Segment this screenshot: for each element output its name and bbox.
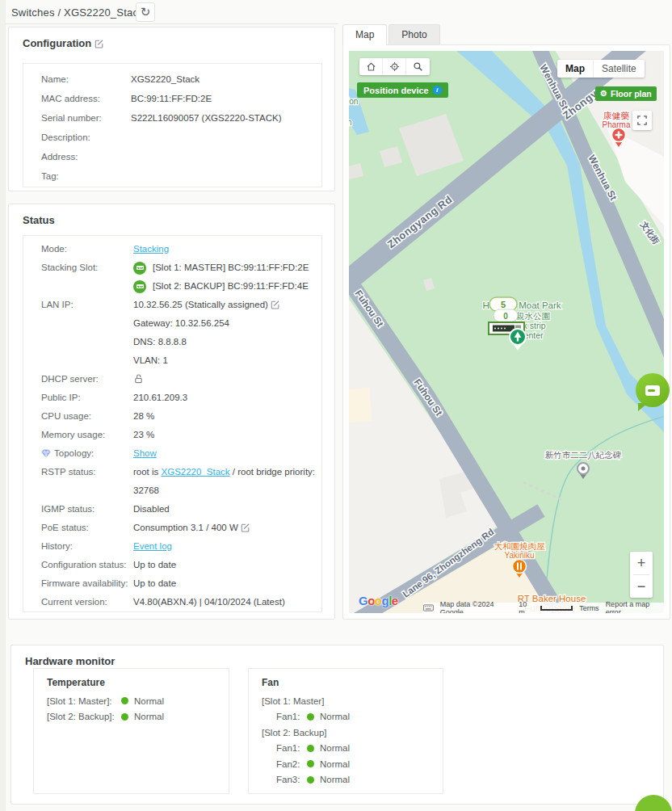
- home-button[interactable]: [359, 58, 383, 75]
- gear-icon: ⚙: [600, 90, 607, 98]
- config-row: Name:XGS2220_Stack: [41, 69, 321, 89]
- breadcrumb-switches[interactable]: Switches: [11, 6, 55, 19]
- memory-usage-value: 23 %: [133, 426, 154, 444]
- fan-row: Fan1:Normal: [262, 709, 443, 725]
- status-ok-dot: [307, 760, 314, 767]
- edit-icon[interactable]: [94, 39, 104, 48]
- status-row-memory: Memory usage:23 %: [41, 426, 321, 444]
- map-attribution: Map data ©2024 Google 10 m Terms Report …: [423, 603, 664, 613]
- status-ok-dot: [307, 776, 314, 784]
- scale-text: 10 m: [519, 600, 533, 614]
- event-log-link[interactable]: Event log: [133, 541, 172, 551]
- fullscreen-icon: [637, 116, 647, 125]
- status-row-rstp: RSTP status: root is XGS2220_Stack / roo…: [41, 463, 321, 500]
- fan-title: Fan: [262, 677, 443, 688]
- topology-show-link[interactable]: Show: [133, 448, 157, 458]
- configuration-title: Configuration: [23, 37, 91, 49]
- cpu-usage-value: 28 %: [133, 407, 154, 426]
- temperature-row: [Slot 2: Backup]:Normal: [47, 709, 229, 725]
- fan-row: Fan1:Normal: [262, 741, 443, 757]
- status-row-topology: Topology: Show: [41, 444, 321, 463]
- terms-link[interactable]: Terms: [579, 604, 599, 612]
- config-row: Address:: [41, 147, 321, 166]
- fan-row: Fan2:Normal: [262, 756, 443, 772]
- chat-widget-button[interactable]: [636, 373, 670, 411]
- switch-slot-icon: [133, 280, 146, 293]
- config-row: Description:: [41, 128, 321, 147]
- svg-text:康健藥: 康健藥: [603, 111, 630, 120]
- chat-bubble-tail: [638, 403, 648, 411]
- status-ok-dot: [307, 713, 314, 721]
- report-map-error-link[interactable]: Report a map error: [606, 600, 662, 614]
- slot-1-line: [Slot 1: MASTER] BC:99:11:FF:FD:2E: [133, 258, 309, 277]
- stacking-link[interactable]: Stacking: [133, 244, 169, 254]
- status-row-config-status: Configuration status:Up to date: [41, 556, 321, 574]
- status-row-lan-ip: LAN IP: 10.32.56.25 (Statically assigned…: [41, 296, 321, 370]
- status-ok-dot: [121, 697, 128, 704]
- tab-photo[interactable]: Photo: [388, 24, 439, 44]
- zoom-in-button[interactable]: +: [630, 552, 653, 574]
- breadcrumb: Switches / XGS2220_Stack: [11, 6, 144, 19]
- zoom-out-button[interactable]: −: [630, 575, 653, 598]
- search-button[interactable]: [406, 58, 430, 75]
- cluster-count-badge: 0: [503, 312, 508, 321]
- status-row-dhcp: DHCP server:: [41, 370, 321, 389]
- rstp-root-link[interactable]: XGS2220_Stack: [162, 467, 230, 477]
- scale-bar: [540, 606, 573, 611]
- status-row-poe: PoE status: Consumption 3.1 / 400 W: [41, 519, 321, 537]
- config-row: MAC address:BC:99:11:FF:FD:2E: [41, 89, 321, 108]
- status-card: Status Mode:Stacking Stacking Slot: [Slo…: [8, 204, 335, 620]
- edit-icon[interactable]: [241, 523, 250, 532]
- configuration-box: Name:XGS2220_Stack MAC address:BC:99:11:…: [23, 63, 322, 187]
- breadcrumb-device: XGS2220_Stack: [64, 6, 144, 19]
- hardware-monitor-card: Hardware monitor Temperature [Slot 1: Ma…: [10, 645, 664, 805]
- slot-2-line: [Slot 2: BACKUP] BC:99:11:FF:FD:4E: [133, 277, 309, 296]
- map-toolbar: [359, 58, 430, 75]
- search-icon: [413, 61, 423, 72]
- status-row-stacking-slot: Stacking Slot: [Slot 1: MASTER] BC:99:11…: [41, 258, 321, 296]
- gem-icon: [41, 449, 51, 458]
- page-left-margin: [0, 0, 6, 811]
- config-row: Serial number:S222L16090057 (XGS2220-STA…: [41, 108, 321, 128]
- fan-group-label: [Slot 1: Master]: [262, 693, 443, 709]
- refresh-button[interactable]: ↻: [136, 2, 155, 22]
- status-row-firmware: Firmware availability:Up to date: [41, 574, 321, 593]
- svg-text:Yakiniku: Yakiniku: [504, 551, 534, 560]
- map-type-map[interactable]: Map: [557, 60, 593, 78]
- status-row-version: Current version:V4.80(ABXN.4) | 04/10/20…: [41, 593, 321, 611]
- temperature-title: Temperature: [47, 677, 229, 688]
- map-photo-tabs: MapPhoto: [342, 24, 442, 45]
- status-row-cpu: CPU usage:28 %: [41, 407, 321, 426]
- floor-plan-button[interactable]: ⚙ Floor plan: [595, 86, 657, 101]
- temperature-row: [Slot 1: Master]:Normal: [47, 693, 229, 709]
- fullscreen-button[interactable]: [632, 111, 652, 130]
- configuration-card: Configuration Name:XGS2220_Stack MAC add…: [8, 27, 335, 191]
- map-zoom-control: + −: [630, 552, 653, 598]
- config-row: Tag:: [41, 166, 321, 186]
- svg-text:大和園燒肉屋: 大和園燒肉屋: [494, 541, 546, 551]
- chat-icon: [645, 385, 660, 396]
- cluster-count-badge: 5: [501, 300, 506, 309]
- fan-row: Fan3:Normal: [262, 772, 443, 788]
- clipped-label-fragment: ion: [349, 97, 358, 106]
- google-logo[interactable]: Google: [359, 594, 398, 607]
- status-row-mode: Mode:Stacking: [41, 240, 321, 258]
- unlock-icon[interactable]: [133, 373, 144, 384]
- edit-icon[interactable]: [271, 300, 280, 309]
- status-row-public-ip: Public IP:210.61.209.3: [41, 389, 321, 407]
- breadcrumb-divider: [6, 23, 338, 24]
- map-canvas[interactable]: Zhongyang Rd Zhongy Wenhua St Wenhua St …: [349, 51, 664, 613]
- status-ok-dot: [121, 713, 128, 721]
- keyboard-icon[interactable]: [423, 604, 434, 611]
- locate-button[interactable]: [383, 58, 406, 75]
- svg-text:新竹市二二八紀念碑: 新竹市二二八紀念碑: [545, 450, 622, 460]
- status-box: Mode:Stacking Stacking Slot: [Slot 1: MA…: [23, 235, 322, 612]
- home-icon: [366, 61, 376, 72]
- position-device-button[interactable]: Position device i: [357, 82, 448, 98]
- hardware-monitor-title: Hardware monitor: [25, 655, 115, 667]
- status-row-history: History:Event log: [41, 537, 321, 556]
- tab-map[interactable]: Map: [342, 24, 387, 45]
- map-type-satellite[interactable]: Satellite: [593, 60, 645, 78]
- map-data-text: Map data ©2024 Google: [440, 600, 513, 614]
- info-icon[interactable]: i: [433, 86, 442, 95]
